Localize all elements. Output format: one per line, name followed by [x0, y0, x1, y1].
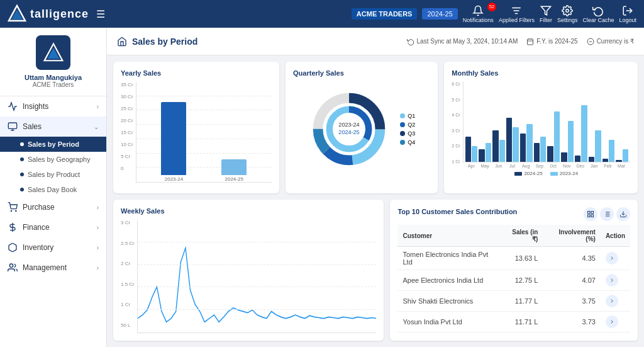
q4-label: Q4	[408, 139, 415, 145]
hamburger-icon[interactable]: ☰	[96, 8, 105, 20]
sales-chevron: ⌄	[94, 123, 99, 130]
funnel-icon	[540, 5, 552, 16]
sidebar-item-management[interactable]: Management ›	[0, 258, 106, 278]
applied-filters-label: Applied Filters	[499, 17, 535, 23]
quarterly-legend: Q1 Q2 Q3 Q4	[400, 113, 415, 145]
top10-title: Top 10 Customer Sales Contribution	[397, 208, 517, 215]
inventory-chevron: ›	[97, 244, 99, 251]
action-cell	[601, 312, 630, 333]
filter-label: Filter	[540, 17, 552, 23]
action-cell	[601, 270, 630, 291]
grid-line	[138, 220, 377, 242]
table-row: Apee Electronics India Ltd 12.75 L 4.07	[397, 270, 630, 291]
svg-point-14	[16, 210, 16, 211]
svg-text:2024-25: 2024-25	[339, 129, 360, 135]
involvement-cell: 4.35	[543, 247, 600, 270]
svg-rect-35	[588, 215, 591, 217]
sidebar-item-management-inner: Management	[8, 263, 67, 273]
top10-action-btn-3[interactable]	[616, 207, 630, 221]
customer-cell: Apee Electronics India Ltd	[397, 270, 500, 291]
sidebar-item-sales[interactable]: Sales ⌄	[0, 117, 106, 137]
filter-btn[interactable]: Filter	[540, 5, 552, 23]
avatar-icon	[42, 42, 65, 64]
weekly-sales-title: Weekly Sales	[121, 207, 376, 215]
top10-action-btn-1[interactable]	[584, 207, 597, 221]
legend-2324-color	[550, 172, 558, 176]
last-sync-item: Last Sync at May 3, 2024, 10:14 AM	[407, 38, 518, 45]
donut-chart: 2023-24 2024-25	[308, 88, 390, 170]
settings-btn[interactable]: Settings	[557, 5, 578, 23]
logout-btn[interactable]: Logout	[619, 5, 636, 23]
page-title-area: Sales by Period	[117, 37, 197, 47]
grid-line	[138, 287, 377, 310]
user-company: ACME Traders	[6, 81, 100, 88]
svg-text:2023-24: 2023-24	[339, 122, 360, 128]
sidebar-management-label: Management	[23, 263, 67, 272]
weekly-y-1: 2.5 Cr	[121, 241, 135, 246]
last-sync-text: Last Sync at May 3, 2024, 10:14 AM	[417, 38, 518, 45]
notifications-btn[interactable]: 52 Notifications	[463, 5, 494, 23]
month-bar-apr-2425	[465, 137, 471, 162]
applied-filters-btn[interactable]: Applied Filters	[499, 5, 535, 23]
y-label-7: 0	[121, 166, 133, 171]
logout-icon	[622, 5, 633, 16]
col-customer: Customer	[397, 225, 500, 247]
month-label-aug: Aug	[519, 164, 532, 168]
month-label-dec: Dec	[574, 164, 587, 168]
row-action-btn[interactable]	[606, 295, 618, 307]
svg-rect-10	[8, 123, 16, 128]
col-involvement: Involvement (%)	[543, 225, 600, 247]
y-label-2: 25 Cr	[121, 106, 133, 111]
grid-line	[138, 310, 377, 333]
svg-rect-34	[591, 215, 594, 217]
row-action-btn[interactable]	[606, 252, 618, 265]
sidebar-item-insights[interactable]: Insights ›	[0, 96, 106, 117]
sales-icon	[8, 122, 18, 132]
header-left: talligence ☰	[8, 4, 105, 23]
clear-cache-btn[interactable]: Clear Cache	[582, 5, 614, 23]
row-action-btn[interactable]	[606, 316, 618, 328]
page-title: Sales by Period	[132, 37, 197, 47]
sidebar-item-sales-day-book[interactable]: Sales Day Book	[0, 182, 106, 197]
q4-dot	[400, 140, 405, 145]
page-meta: Last Sync at May 3, 2024, 10:14 AM F.Y. …	[407, 38, 634, 45]
month-bar-may-2425	[479, 149, 484, 162]
logo-icon	[8, 4, 26, 23]
sidebar-item-purchase[interactable]: Purchase ›	[0, 197, 106, 217]
legend-q3: Q3	[400, 130, 415, 137]
dot-icon	[20, 157, 24, 161]
dot-icon	[20, 173, 24, 176]
dot-icon	[20, 188, 24, 191]
sidebar-item-finance[interactable]: Finance ›	[0, 217, 106, 237]
q3-label: Q3	[408, 130, 415, 137]
month-bar-oct-2324	[554, 111, 560, 162]
fy-badge: 2024-25	[422, 8, 457, 20]
y-label-0: 35 Cr	[121, 82, 133, 88]
month-bar-mar-2324	[623, 149, 628, 162]
sidebar-item-sales-by-product[interactable]: Sales by Product	[0, 167, 106, 182]
weekly-y-2: 2 Cr	[121, 261, 135, 266]
sidebar-item-inventory[interactable]: Inventory ›	[0, 237, 106, 258]
month-bar-dec-2324	[581, 105, 587, 162]
month-bar-jun-2425	[492, 130, 498, 162]
top10-header: Top 10 Customer Sales Contribution	[397, 207, 630, 221]
month-bar-nov-2324	[568, 121, 574, 162]
month-bar-sep-2425	[534, 143, 540, 162]
top10-action-btn-2[interactable]	[600, 207, 614, 221]
sidebar-item-sales-by-period[interactable]: Sales by Period	[0, 137, 106, 152]
sidebar: Uttam Mangukiya ACME Traders Insights › …	[0, 28, 107, 347]
logo-area: talligence	[8, 4, 89, 23]
sidebar-item-sales-by-geography[interactable]: Sales by Geography	[0, 152, 106, 167]
top10-card: Top 10 Customer Sales Contribution	[390, 200, 638, 341]
row-action-btn[interactable]	[606, 274, 618, 287]
company-badge: ACME TRADERS	[352, 8, 418, 20]
table-row: Tomen Electronics India Pvt Ltd 13.63 L …	[397, 247, 630, 270]
legend-q4: Q4	[400, 139, 415, 145]
legend-2425-color	[514, 172, 522, 176]
header-right: ACME TRADERS 2024-25 52 Notifications Ap…	[352, 5, 636, 23]
calendar-icon	[526, 38, 534, 45]
q3-dot	[400, 131, 405, 136]
charts-container: Yearly Sales 35 Cr 30 Cr 25 Cr 20 Cr 15 …	[107, 55, 644, 347]
yearly-bar-2024	[221, 159, 247, 175]
q2-dot	[400, 122, 405, 127]
